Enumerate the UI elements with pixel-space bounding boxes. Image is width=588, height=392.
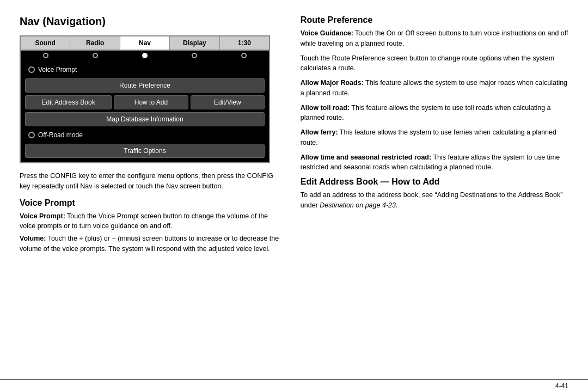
dot-2 bbox=[70, 53, 120, 58]
address-book-row: Edit Address Book How to Add Edit/View bbox=[25, 95, 265, 109]
tab-display[interactable]: Display bbox=[170, 36, 219, 50]
dot-indicator bbox=[241, 53, 247, 58]
dot-indicator bbox=[192, 53, 197, 58]
nav-mockup: Sound Radio Nav Display 1:30 Voice Promp… bbox=[20, 35, 270, 163]
left-column: Nav (Navigation) Sound Radio Nav Display… bbox=[20, 15, 283, 369]
dot-4 bbox=[170, 53, 219, 58]
page-title: Nav (Navigation) bbox=[20, 15, 283, 28]
edit-view-button[interactable]: Edit/View bbox=[191, 95, 265, 109]
voice-prompt-label: Voice Prompt bbox=[38, 66, 77, 74]
tab-time[interactable]: 1:30 bbox=[220, 36, 269, 50]
tab-sound[interactable]: Sound bbox=[21, 36, 70, 50]
dot-indicator-active bbox=[142, 53, 148, 58]
allow-time-seasonal: Allow time and seasonal restricted road:… bbox=[301, 152, 568, 173]
edit-address-book-body: To add an address to the address book, s… bbox=[301, 190, 568, 211]
route-preference-section-title: Route Preference bbox=[301, 15, 568, 25]
voice-prompt-section-title: Voice Prompt bbox=[20, 198, 283, 208]
edit-address-book-section-title: Edit Address Book — How to Add bbox=[301, 177, 568, 187]
voice-prompt-row: Voice Prompt bbox=[25, 64, 265, 76]
off-road-label: Off-Road mode bbox=[38, 131, 83, 139]
dot-indicator bbox=[93, 53, 98, 58]
nav-dots-row bbox=[21, 51, 269, 60]
off-road-row: Off-Road mode bbox=[25, 129, 265, 141]
voice-prompt-radio[interactable]: Voice Prompt bbox=[25, 64, 265, 76]
nav-menu: Voice Prompt Route Preference Edit Addre… bbox=[21, 60, 269, 162]
allow-ferry: Allow ferry: This feature allows the sys… bbox=[301, 127, 568, 148]
route-pref-intro: Touch the Route Preference screen button… bbox=[301, 53, 568, 74]
voice-guidance-text: Voice Guidance: Touch the On or Off scre… bbox=[301, 28, 568, 49]
radio-circle bbox=[28, 66, 35, 73]
off-road-circle bbox=[28, 132, 35, 138]
page-number: 4-41 bbox=[555, 382, 568, 390]
allow-major-roads: Allow Major Roads: This feature allows t… bbox=[301, 78, 568, 99]
dot-1 bbox=[21, 53, 70, 58]
voice-prompt-body-2: Volume: Touch the + (plus) or − (minus) … bbox=[20, 234, 283, 254]
tab-nav[interactable]: Nav bbox=[120, 36, 170, 50]
route-pref-row: Route Preference bbox=[25, 78, 265, 93]
nav-tabs: Sound Radio Nav Display 1:30 bbox=[21, 36, 269, 51]
dot-5 bbox=[219, 53, 269, 58]
voice-prompt-body-1: Voice Prompt: Touch the Voice Prompt scr… bbox=[20, 211, 283, 232]
traffic-options-button[interactable]: Traffic Options bbox=[25, 144, 265, 158]
how-to-add-button[interactable]: How to Add bbox=[114, 95, 188, 109]
dot-indicator bbox=[43, 53, 48, 58]
route-preference-button[interactable]: Route Preference bbox=[25, 78, 265, 93]
off-road-radio[interactable]: Off-Road mode bbox=[25, 129, 265, 141]
allow-toll-road: Allow toll road: This feature allows the… bbox=[301, 103, 568, 124]
tab-radio[interactable]: Radio bbox=[70, 36, 120, 50]
edit-address-book-button[interactable]: Edit Address Book bbox=[25, 95, 112, 109]
traffic-options-row: Traffic Options bbox=[25, 144, 265, 158]
right-column: Route Preference Voice Guidance: Touch t… bbox=[301, 15, 568, 369]
map-database-button[interactable]: Map Database Information bbox=[25, 112, 265, 126]
intro-text: Press the CONFIG key to enter the config… bbox=[20, 171, 283, 192]
dot-3 bbox=[120, 53, 169, 58]
map-db-row: Map Database Information bbox=[25, 112, 265, 126]
footer: 4-41 bbox=[0, 379, 588, 392]
